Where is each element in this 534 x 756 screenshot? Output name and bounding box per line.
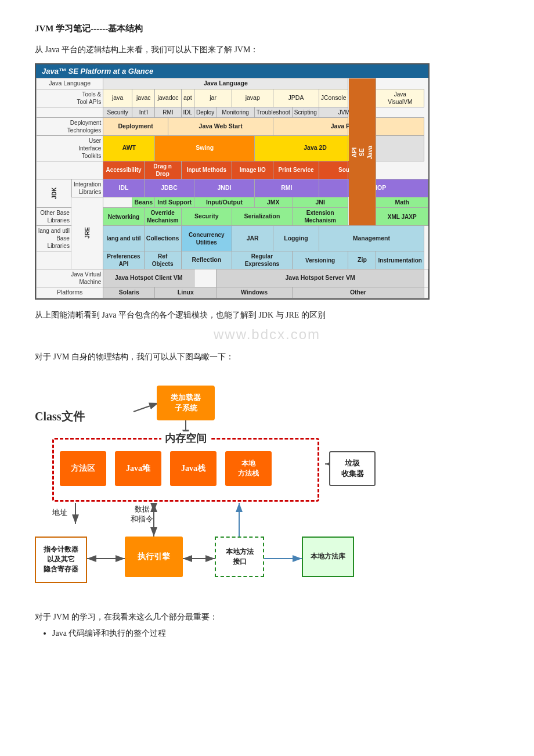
memory-space-container: 内存空间 方法区 Java堆 Java栈 本地方法栈 垃圾收集器 [52, 438, 319, 502]
bullet-list: Java 代码编译和执行的整个过程 [52, 628, 499, 639]
native-interface-box: 本地方法接口 [215, 537, 264, 577]
page-title: JVM 学习笔记------基本结构 [35, 23, 499, 34]
pc-box: 指令计数器以及其它隐含寄存器 [35, 537, 87, 583]
summary-intro: 对于 JVM 的学习，在我看来这么几个部分最重要： [35, 612, 499, 622]
method-area-box: 方法区 [60, 451, 106, 486]
list-item: Java 代码编译和执行的整个过程 [52, 628, 499, 639]
native-lib-box: 本地方法库 [302, 537, 354, 577]
svg-line-3 [134, 403, 158, 412]
jvm-intro: 对于 JVM 自身的物理结构，我们可以从下图鸟瞰一下： [35, 352, 499, 362]
gc-box: 垃圾收集器 [329, 451, 376, 486]
platform-diagram: Java™ SE Platform at a Glance Java Langu… [35, 63, 430, 300]
intro-text-1: 从 Java 平台的逻辑结构上来看，我们可以从下图来了解 JVM： [35, 45, 499, 55]
java-heap-box: Java堆 [115, 451, 161, 486]
addr-label: 地址 [52, 507, 67, 518]
native-stack-box: 本地方法栈 [225, 451, 272, 486]
exec-engine-box: 执行引擎 [125, 537, 183, 577]
diagram-summary: 从上图能清晰看到 Java 平台包含的各个逻辑模块，也能了解到 JDK 与 JR… [35, 310, 499, 321]
platform-table: Java Language Java Language JavaSEAPI To… [36, 78, 428, 298]
memory-space-label: 内存空间 [161, 431, 210, 445]
watermark: www.bdcx.com [35, 326, 499, 343]
platform-header: Java™ SE Platform at a Glance [36, 64, 428, 78]
java-stack-box: Java栈 [170, 451, 217, 486]
class-file-label: Class文件 [35, 409, 85, 424]
classloader-box: 类加载器子系统 [157, 386, 215, 420]
jvm-physical-diagram: Class文件 类加载器子系统 内存空间 方法区 Java堆 Java栈 本地方… [35, 374, 418, 600]
data-inst-label: 数据和指令 [131, 505, 153, 524]
